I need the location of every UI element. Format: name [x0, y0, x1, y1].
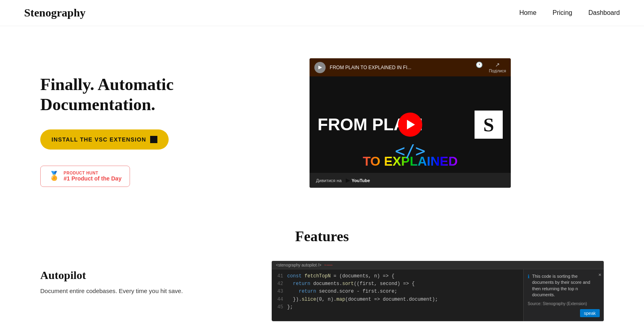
- close-icon-1[interactable]: ✕: [599, 272, 601, 278]
- play-button[interactable]: [398, 113, 422, 137]
- autopilot-desc: Document entire codebases. Every time yo…: [40, 287, 248, 296]
- install-button-label: INSTALL THE VSC EXTENSION: [52, 136, 146, 143]
- hero-title: Finally. Automatic Documentation.: [40, 74, 285, 115]
- share-label: Поділися: [489, 69, 506, 73]
- hero-left: Finally. Automatic Documentation. INSTAL…: [40, 58, 285, 187]
- product-hunt-text: PRODUCT HUNT #1 Product of the Day: [64, 171, 122, 182]
- autopilot-heading: Autopilot: [40, 269, 248, 282]
- video-container[interactable]: ▶ FROM PLAIN TO EXPLAINED IN FI... 🕐 ↗ П…: [310, 58, 511, 188]
- clock-button[interactable]: 🕐: [476, 62, 483, 73]
- hero-section: Finally. Automatic Documentation. INSTAL…: [0, 26, 644, 212]
- code-body-1: 41 const fetchTopN = (documents, n) => {…: [272, 269, 604, 321]
- info-icon: ℹ: [528, 274, 530, 280]
- vsc-icon: [150, 136, 157, 143]
- tooltip-source-1: Source: Stenography (Extension): [528, 301, 600, 306]
- nav-home[interactable]: Home: [519, 9, 537, 16]
- medal-icon: 🏅: [49, 171, 60, 181]
- code-line: 44 }).slice(0, n).map(document => docume…: [276, 296, 519, 304]
- code-line: 45 };: [276, 304, 519, 311]
- video-main[interactable]: FROM PLAIN S </> TO EXPLAINED: [310, 76, 511, 173]
- features-title: Features: [40, 228, 604, 245]
- features-right: <stenography autopilot /> ←—— 41 const f…: [272, 261, 604, 322]
- hero-right: ▶ FROM PLAIN TO EXPLAINED IN FI... 🕐 ↗ П…: [310, 58, 604, 188]
- code-line: 42 return documents.sort((first, second)…: [276, 280, 519, 288]
- watch-label: Дивитися на: [316, 178, 341, 183]
- nav-pricing[interactable]: Pricing: [553, 9, 572, 16]
- video-avatar: ▶: [314, 62, 326, 73]
- navigation: Home Pricing Dashboard: [519, 9, 620, 16]
- video-s-box: S: [475, 111, 503, 139]
- code-line: 43 return second.score - first.score;: [276, 288, 519, 295]
- play-triangle-icon: [407, 120, 415, 129]
- tooltip-text-1: This code is sorting the documents by th…: [532, 273, 600, 298]
- video-bottom-bar: Дивитися на ▶ YouTube: [310, 173, 511, 188]
- youtube-text: YouTube: [352, 178, 370, 183]
- product-hunt-badge: 🏅 PRODUCT HUNT #1 Product of the Day: [40, 166, 130, 187]
- code-tooltip-1: ℹ This code is sorting the documents by …: [523, 269, 604, 321]
- code-top-bar-1: <stenography autopilot /> ←——: [272, 261, 604, 269]
- clock-icon: 🕐: [476, 62, 483, 68]
- features-content: Autopilot Document entire codebases. Eve…: [40, 261, 604, 322]
- nav-dashboard[interactable]: Dashboard: [588, 9, 620, 16]
- code-line: 41 const fetchTopN = (documents, n) => {: [276, 273, 519, 280]
- play-circle[interactable]: [398, 113, 422, 137]
- code-lines-1: 41 const fetchTopN = (documents, n) => {…: [272, 269, 523, 321]
- tooltip-header-1: ℹ This code is sorting the documents by …: [528, 273, 600, 298]
- share-icon: ↗: [495, 62, 500, 68]
- video-top-bar: ▶ FROM PLAIN TO EXPLAINED IN FI... 🕐 ↗ П…: [310, 58, 511, 76]
- speak-button-1[interactable]: speak: [580, 309, 600, 317]
- share-button[interactable]: ↗ Поділися: [489, 62, 506, 73]
- features-left: Autopilot Document entire codebases. Eve…: [40, 261, 248, 296]
- youtube-logo: ▶ YouTube: [346, 177, 370, 184]
- angle-brackets-icon: </>: [395, 141, 425, 161]
- youtube-icon: ▶: [346, 177, 350, 184]
- features-section: Features Autopilot Document entire codeb…: [0, 212, 644, 322]
- video-top-right: 🕐 ↗ Поділися: [476, 62, 506, 73]
- product-hunt-label: PRODUCT HUNT: [64, 171, 122, 175]
- product-hunt-rank: #1 Product of the Day: [64, 175, 122, 182]
- code-tag-1: <stenography autopilot />: [276, 263, 321, 267]
- header: Stenography Home Pricing Dashboard: [0, 0, 644, 26]
- video-title: FROM PLAIN TO EXPLAINED IN FI...: [330, 65, 411, 70]
- code-arrow-1: ←——: [324, 263, 332, 267]
- logo: Stenography: [24, 6, 85, 19]
- code-screenshot-1: <stenography autopilot /> ←—— 41 const f…: [272, 261, 604, 321]
- video-top-left: ▶ FROM PLAIN TO EXPLAINED IN FI...: [314, 62, 411, 73]
- install-button[interactable]: INSTALL THE VSC EXTENSION: [40, 129, 169, 150]
